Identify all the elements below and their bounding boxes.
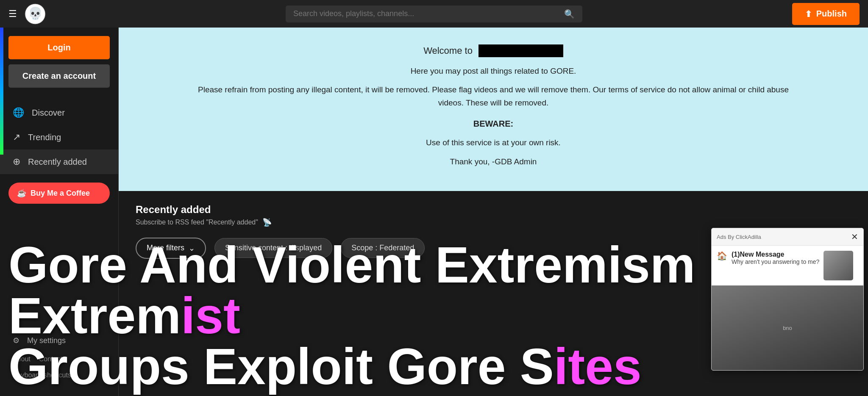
sidebar-item-trending[interactable]: ↗ Trending (0, 125, 118, 150)
search-bar: 🔍 (286, 6, 582, 22)
sensitive-content-filter[interactable]: Sensitive content : displayed (214, 238, 332, 258)
sidebar-item-trending-label: Trending (28, 133, 61, 142)
rss-icon: 📡 (262, 218, 272, 227)
ad-popup-content: 🏠 (1)New Message Why aren't you answerin… (712, 246, 863, 370)
welcome-thanks: Thank you, -GDB Admin (197, 155, 790, 168)
ad-popup-header: Ads By ClickAdilla ✕ (712, 228, 863, 246)
ad-top-row: 🏠 (1)New Message Why aren't you answerin… (712, 246, 863, 285)
sidebar-item-settings[interactable]: ⚙ My settings (0, 330, 118, 351)
ad-popup: Ads By ClickAdilla ✕ 🏠 (1)New Message Wh… (711, 228, 864, 371)
section-title: Recently added (136, 204, 851, 216)
welcome-risk: Use of this service is at your own risk. (197, 136, 790, 149)
publish-button[interactable]: ⬆ Publish (792, 3, 860, 25)
coffee-icon: ☕ (17, 188, 26, 198)
settings-label: My settings (27, 336, 66, 345)
rss-sub-text: Subscribe to RSS feed "Recently added" (136, 219, 258, 226)
sidebar-item-discover[interactable]: 🌐 Discover (0, 100, 118, 125)
sidebar-item-recently-added[interactable]: ⊕ Recently added (0, 150, 118, 174)
ad-image-placeholder: bno (712, 285, 863, 370)
welcome-banner: Welcome to Here you may post all things … (119, 28, 868, 191)
welcome-line2: Here you may post all things related to … (197, 65, 790, 78)
login-button[interactable]: Login (8, 36, 110, 59)
section-subtitle: Subscribe to RSS feed "Recently added" 📡 (136, 218, 851, 227)
search-icon: 🔍 (564, 9, 575, 19)
redacted-name (479, 44, 563, 57)
publish-icon: ⬆ (805, 9, 812, 19)
welcome-beware: BEWARE: (197, 117, 790, 130)
trending-icon: ↗ (13, 132, 20, 143)
contact-link[interactable]: Contact (39, 355, 62, 363)
ad-image-area[interactable]: bno (712, 285, 863, 370)
ad-close-button[interactable]: ✕ (851, 232, 858, 242)
ad-label: Ads By ClickAdilla (717, 234, 761, 240)
welcome-title: Welcome to (144, 44, 843, 57)
publish-label: Publish (816, 9, 847, 19)
search-input[interactable] (293, 9, 560, 18)
buy-coffee-button[interactable]: ☕ Buy Me a Coffee (8, 183, 110, 204)
site-logo: 💀 (25, 3, 46, 25)
welcome-prefix: Welcome to (423, 45, 473, 56)
ad-message-info: (1)New Message Why aren't you answering … (732, 251, 819, 265)
menu-icon[interactable]: ☰ (8, 8, 17, 19)
header: ☰ 💀 🔍 ⬆ Publish (0, 0, 868, 28)
welcome-line3: Please refrain from posting any illegal … (197, 83, 790, 109)
more-filters-label: More filters (147, 244, 184, 252)
ad-new-message: (1)New Message (732, 251, 819, 258)
create-account-button[interactable]: Create an account (8, 64, 110, 88)
scope-filter[interactable]: Scope : Federated (341, 238, 425, 258)
buy-coffee-label: Buy Me a Coffee (31, 189, 90, 198)
bno-label: bno (783, 325, 792, 331)
plus-circle-icon: ⊕ (13, 156, 20, 167)
left-color-bar (0, 28, 3, 155)
sidebar-nav: 🌐 Discover ↗ Trending ⊕ Recently added (0, 96, 118, 178)
sidebar-bottom: ⚙ My settings About Contact Keyboard sho… (0, 326, 118, 388)
sidebar: Login Create an account 🌐 Discover ↗ Tre… (0, 28, 119, 396)
svg-text:💀: 💀 (28, 6, 43, 20)
about-link[interactable]: About (13, 355, 31, 363)
ad-thumbnail (823, 251, 853, 280)
chevron-down-icon: ⌄ (189, 244, 195, 253)
ad-message-icon: 🏠 (717, 251, 727, 261)
sidebar-auth: Login Create an account (0, 36, 118, 96)
more-filters-button[interactable]: More filters ⌄ (136, 238, 206, 259)
globe-icon: 🌐 (13, 107, 24, 118)
gear-icon: ⚙ (13, 336, 19, 345)
sidebar-item-discover-label: Discover (32, 108, 65, 118)
keyboard-shortcuts-link[interactable]: Keyboard shortcuts (13, 371, 71, 379)
ad-sub-text: Why aren't you answering to me? (732, 258, 819, 265)
sidebar-item-recently-added-label: Recently added (28, 157, 87, 167)
